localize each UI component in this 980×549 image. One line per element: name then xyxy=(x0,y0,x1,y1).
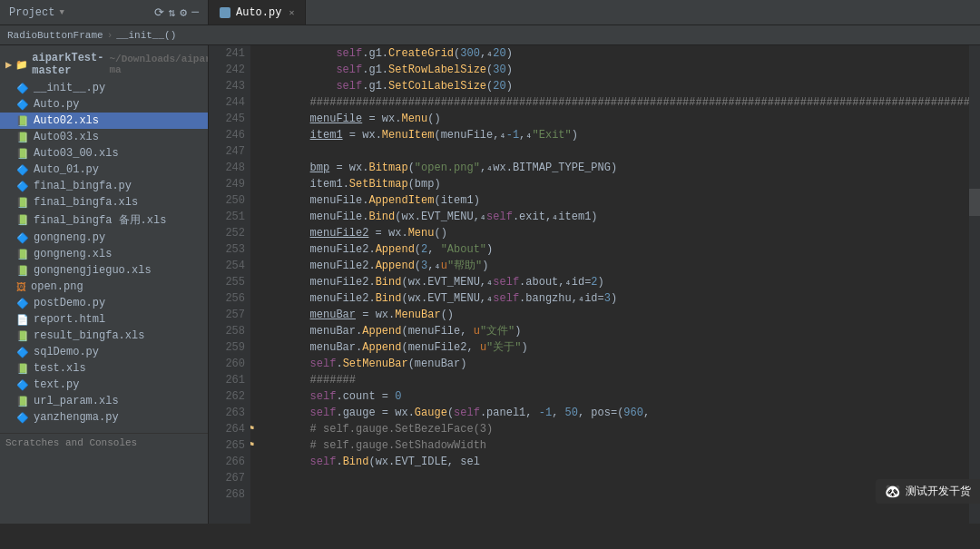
sidebar-item-report[interactable]: 📄 report.html xyxy=(0,311,208,328)
sidebar-item-result[interactable]: 📗 result_bingfa.xls xyxy=(0,328,208,344)
sync-icon[interactable]: ⟳ xyxy=(154,5,164,20)
sidebar-item-auto03-00[interactable]: 📗 Auto03_00.xls xyxy=(0,145,208,162)
tab-auto-py[interactable]: Auto.py ✕ xyxy=(209,0,306,25)
layout-icon[interactable]: ⇅ xyxy=(169,5,176,20)
file-name-open-png: open.png xyxy=(31,280,83,293)
sidebar-item-gongnengjieguo[interactable]: 📗 gongnengjieguo.xls xyxy=(0,262,208,279)
sidebar-item-yanzhengma[interactable]: 🔷 yanzhengma.py xyxy=(0,409,208,426)
file-icon-xls4: 📗 xyxy=(16,197,29,209)
sidebar-item-test-xls[interactable]: 📗 test.xls xyxy=(0,360,208,377)
gear-icon[interactable]: ⚙ xyxy=(180,5,187,20)
sidebar-item-text-py[interactable]: 🔷 text.py xyxy=(0,377,208,393)
sidebar-item-auto01[interactable]: 🔷 Auto_01.py xyxy=(0,162,208,178)
file-icon-xls2: 📗 xyxy=(16,132,29,143)
file-name-auto02: Auto02.xls xyxy=(34,114,99,127)
file-icon-xls6: 📗 xyxy=(16,249,29,260)
file-icon-py2: 🔷 xyxy=(16,99,29,111)
file-icon-py8: 🔷 xyxy=(16,379,29,391)
sidebar-item-gongneng-py[interactable]: 🔷 gongneng.py xyxy=(0,230,208,246)
code-line-266: self.Bind(wx.EVT_IDLE, sel xyxy=(258,454,962,470)
project-path: ~/Downloads/aiparkTest-ma xyxy=(109,54,209,75)
watermark-emoji: 🐼 xyxy=(885,484,900,499)
sidebar-item-gongneng-xls[interactable]: 📗 gongneng.xls xyxy=(0,246,208,262)
project-root[interactable]: ▶ 📁 aiparkTest-master ~/Downloads/aipark… xyxy=(0,49,208,80)
sidebar-item-auto03[interactable]: 📗 Auto03.xls xyxy=(0,129,208,145)
file-icon-xls7: 📗 xyxy=(16,265,29,277)
sidebar-item-auto02[interactable]: 📗 Auto02.xls xyxy=(0,113,208,129)
code-line-253: menuFile2.Append(2, "About") xyxy=(258,241,962,258)
scratches-label: Scratches and Consoles xyxy=(5,437,137,448)
file-name-url-param: url_param.xls xyxy=(34,395,119,407)
sidebar-item-url-param[interactable]: 📗 url_param.xls xyxy=(0,393,208,409)
code-line-254: menuFile2.Append(3,₄u"帮助") xyxy=(258,258,962,274)
file-name-final-py: final_bingfa.py xyxy=(34,180,132,192)
code-line-268 xyxy=(258,486,962,503)
code-line-264: ⚑ # self.gauge.SetBezelFace(3) xyxy=(258,421,962,437)
file-icon-png: 🖼 xyxy=(16,281,26,293)
file-icon-xls5: 📗 xyxy=(16,214,29,226)
code-line-255: menuFile2.Bind(wx.EVT_MENU,₄self.about,₄… xyxy=(258,274,962,290)
file-name-gongneng-xls: gongneng.xls xyxy=(34,248,112,260)
line-numbers: 241 242 243 244 245 246 247 248 249 250 … xyxy=(209,45,250,524)
file-name-result: result_bingfa.xls xyxy=(34,329,144,342)
dropdown-icon: ▼ xyxy=(59,8,64,17)
file-name-auto03: Auto03.xls xyxy=(34,131,99,143)
code-line-248: bmp = wx.Bitmap("open.png",₄wx.BITMAP_TY… xyxy=(258,160,962,176)
sidebar-item-auto-py[interactable]: 🔷 Auto.py xyxy=(0,96,208,113)
file-name-final-backup: final_bingfa 备用.xls xyxy=(34,212,166,228)
file-icon-xls3: 📗 xyxy=(16,148,29,160)
folder-icon: ▶ xyxy=(5,58,12,72)
file-icon-py5: 🔷 xyxy=(16,232,29,244)
sidebar-item-sqldemo[interactable]: 🔷 sqlDemo.py xyxy=(0,344,208,360)
project-folder-icon: 📁 xyxy=(15,59,28,71)
mini-map[interactable] xyxy=(969,45,980,524)
sidebar-item-postdemo[interactable]: 🔷 postDemo.py xyxy=(0,295,208,311)
file-icon-html: 📄 xyxy=(16,314,29,326)
editor-panel: 241 242 243 244 245 246 247 248 249 250 … xyxy=(209,45,980,524)
code-line-263: self.gauge = wx.Gauge(self.panel1, -1, 5… xyxy=(258,405,962,421)
watermark-text: 测试开发干货 xyxy=(906,484,971,499)
editor-tab-bar: Auto.py ✕ xyxy=(209,0,980,25)
code-line-244: ########################################… xyxy=(258,94,962,111)
file-name-auto03-00: Auto03_00.xls xyxy=(34,147,119,160)
code-line-262: self.count = 0 xyxy=(258,388,962,405)
file-name-test-xls: test.xls xyxy=(34,362,86,375)
code-line-258: menuBar.Append(menuFile, u"文件") xyxy=(258,323,962,339)
code-line-249: item1.SetBitmap(bmp) xyxy=(258,176,962,192)
scratches-consoles[interactable]: Scratches and Consoles xyxy=(0,433,208,452)
file-icon-xls8: 📗 xyxy=(16,330,29,342)
code-line-259: menuBar.Append(menuFile2, u"关于") xyxy=(258,339,962,356)
minimize-icon[interactable]: ─ xyxy=(191,5,199,19)
tab-label: Auto.py xyxy=(236,6,281,19)
breadcrumb-class[interactable]: RadioButtonFrame xyxy=(7,30,103,41)
mini-map-cursor xyxy=(969,189,980,216)
breadcrumb-method[interactable]: __init__() xyxy=(116,30,176,41)
file-name-postdemo: postDemo.py xyxy=(34,297,105,309)
project-tab[interactable]: Project ▼ ⟳ ⇅ ⚙ ─ xyxy=(0,0,209,25)
sidebar: ▶ 📁 aiparkTest-master ~/Downloads/aipark… xyxy=(0,45,209,524)
file-icon-py4: 🔷 xyxy=(16,181,29,192)
file-name-sqldemo: sqlDemo.py xyxy=(34,346,99,358)
sidebar-item-open-png[interactable]: 🖼 open.png xyxy=(0,279,208,295)
file-name-gongneng-py: gongneng.py xyxy=(34,231,105,244)
code-line-252: menuFile2 = wx.Menu() xyxy=(258,225,962,241)
file-icon-py: 🔷 xyxy=(16,83,29,94)
code-line-246: item1 = wx.MenuItem(menuFile,₄-1,₄"Exit"… xyxy=(258,127,962,143)
sidebar-item-final-backup[interactable]: 📗 final_bingfa 备用.xls xyxy=(0,211,208,230)
close-icon[interactable]: ✕ xyxy=(289,7,294,18)
sidebar-item-final-xls[interactable]: 📗 final_bingfa.xls xyxy=(0,194,208,211)
file-icon-py9: 🔷 xyxy=(16,412,29,424)
sidebar-item[interactable]: 🔷 __init__.py xyxy=(0,80,208,96)
breadcrumb: RadioButtonFrame › __init__() xyxy=(0,25,980,45)
file-name: __init__.py xyxy=(34,82,105,94)
project-name: aiparkTest-master xyxy=(32,52,103,77)
project-label: Project xyxy=(9,6,54,19)
code-editor[interactable]: self.g1.CreateGrid(300,₄20) self.g1.SetR… xyxy=(250,45,969,524)
code-line-260: self.SetMenuBar(menuBar) xyxy=(258,356,962,372)
sidebar-item-final-py[interactable]: 🔷 final_bingfa.py xyxy=(0,178,208,194)
file-icon-py6: 🔷 xyxy=(16,298,29,309)
file-name-final-xls: final_bingfa.xls xyxy=(34,196,138,209)
tab-file-icon xyxy=(220,7,230,18)
file-name-auto01: Auto_01.py xyxy=(34,163,99,176)
file-icon-xls10: 📗 xyxy=(16,396,29,407)
